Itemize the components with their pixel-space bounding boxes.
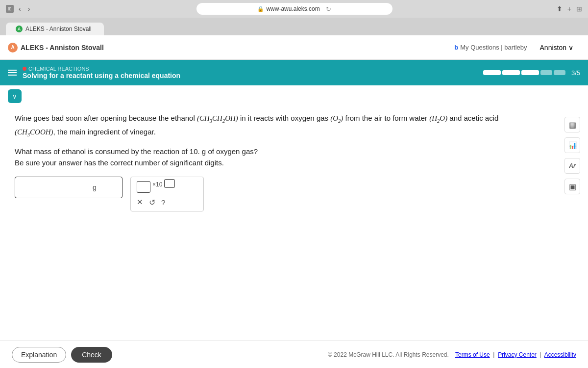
right-tools: ▦ 📊 Ar ▣ bbox=[564, 117, 580, 194]
sci-undo-button[interactable]: ↺ bbox=[149, 198, 155, 207]
user-dropdown-button[interactable]: Anniston ∨ bbox=[533, 41, 580, 54]
terms-link[interactable]: Terms of Use bbox=[455, 351, 490, 358]
forward-button[interactable]: › bbox=[26, 4, 32, 14]
collapse-row: ∨ bbox=[0, 85, 588, 107]
bartleby-b-icon: b bbox=[454, 44, 458, 51]
bartleby-link[interactable]: b My Questions | bartleby bbox=[454, 44, 527, 51]
sci-mantissa-box[interactable] bbox=[137, 181, 150, 193]
chart-icon: 📊 bbox=[568, 141, 577, 149]
user-name: Anniston bbox=[540, 44, 566, 52]
explanation-label: Explanation bbox=[21, 351, 57, 359]
progress-dot-4 bbox=[540, 70, 552, 75]
add-tab-icon[interactable]: + bbox=[567, 5, 571, 13]
sci-exponent-box[interactable] bbox=[164, 179, 175, 188]
question-text: Wine goes bad soon after opening because… bbox=[15, 112, 573, 139]
periodic-table-tool-button[interactable]: Ar bbox=[564, 158, 580, 174]
hamburger-menu[interactable] bbox=[8, 70, 17, 76]
copyright-text: © 2022 McGraw Hill LLC. All Rights Reser… bbox=[328, 351, 449, 358]
calculator-tool-button[interactable]: ▦ bbox=[564, 117, 580, 132]
calculator-icon: ▦ bbox=[569, 120, 576, 130]
bartleby-label: My Questions | bartleby bbox=[460, 44, 527, 51]
chart-tool-button[interactable]: 📊 bbox=[564, 137, 580, 153]
periodic-table-icon: Ar bbox=[569, 162, 575, 169]
sci-notation-panel: ×10 ✕ ↺ ? bbox=[130, 177, 204, 211]
question-note: Be sure your answer has the correct numb… bbox=[15, 158, 573, 167]
active-tab[interactable]: A ALEKS - Anniston Stovall bbox=[6, 23, 104, 35]
check-label: Check bbox=[82, 351, 101, 359]
answer-input[interactable] bbox=[21, 184, 90, 191]
acetic-formula: (CH3COOH) bbox=[15, 128, 53, 136]
app-header: A ALEKS - Anniston Stovall b My Question… bbox=[0, 35, 588, 60]
oxygen-formula: (O2) bbox=[330, 114, 343, 122]
progress-dots bbox=[483, 70, 565, 75]
breadcrumb: CHEMICAL REACTIONS Solving for a reactan… bbox=[23, 66, 180, 79]
progress-dot-1 bbox=[483, 70, 501, 75]
collapse-button[interactable]: ∨ bbox=[8, 89, 22, 103]
aleks-logo: A ALEKS - Anniston Stovall bbox=[8, 43, 104, 53]
status-dot bbox=[23, 67, 26, 71]
url-text: www-awu.aleks.com bbox=[266, 5, 319, 12]
sci-x10-label: ×10 bbox=[152, 181, 162, 188]
answer-input-box: g bbox=[15, 177, 122, 198]
progress-dot-3 bbox=[521, 70, 539, 75]
aleks-label: ALEKS - Anniston Stovall bbox=[21, 44, 104, 52]
tab-favicon: A bbox=[16, 26, 23, 32]
back-button[interactable]: ‹ bbox=[17, 4, 23, 14]
sci-help-button[interactable]: ? bbox=[161, 198, 165, 207]
breadcrumb-category-text: CHEMICAL REACTIONS bbox=[28, 66, 89, 72]
reference-tool-button[interactable]: ▣ bbox=[564, 179, 580, 194]
check-button[interactable]: Check bbox=[71, 347, 112, 363]
answer-area: g ×10 ✕ ↺ ? bbox=[15, 177, 573, 211]
footer-copyright: © 2022 McGraw Hill LLC. All Rights Reser… bbox=[328, 351, 576, 358]
ethanol-formula: (CH3CH2OH) bbox=[197, 114, 238, 122]
question-prompt: What mass of ethanol is consumed by the … bbox=[15, 147, 573, 156]
lock-icon: 🔒 bbox=[257, 6, 264, 12]
address-bar[interactable]: 🔒 www-awu.aleks.com ↻ bbox=[196, 3, 392, 15]
sci-clear-button[interactable]: ✕ bbox=[137, 198, 143, 207]
refresh-icon[interactable]: ↻ bbox=[326, 5, 331, 13]
share-icon[interactable]: ⬆ bbox=[557, 5, 563, 13]
progress-label: 3/5 bbox=[571, 69, 580, 77]
explanation-button[interactable]: Explanation bbox=[12, 347, 66, 363]
aleks-icon: A bbox=[8, 43, 18, 53]
progress-dot-2 bbox=[502, 70, 520, 75]
water-formula: (H2O) bbox=[429, 114, 447, 122]
main-content: ▦ 📊 Ar ▣ Wine goes bad soon after openin… bbox=[0, 107, 588, 341]
privacy-link[interactable]: Privacy Center bbox=[498, 351, 537, 358]
reference-icon: ▣ bbox=[569, 182, 576, 191]
sub-header: CHEMICAL REACTIONS Solving for a reactan… bbox=[0, 60, 588, 85]
tab-grid-icon[interactable]: ⊞ bbox=[6, 5, 14, 13]
breadcrumb-title: Solving for a reactant using a chemical … bbox=[23, 72, 180, 79]
tab-title: ALEKS - Anniston Stovall bbox=[25, 26, 92, 32]
progress-dot-5 bbox=[554, 70, 565, 75]
grid-view-icon[interactable]: ⊞ bbox=[576, 5, 582, 13]
unit-label: g bbox=[93, 184, 97, 191]
accessibility-link[interactable]: Accessibility bbox=[544, 351, 576, 358]
footer-bar: Explanation Check © 2022 McGraw Hill LLC… bbox=[0, 341, 588, 368]
chevron-down-icon: ∨ bbox=[568, 44, 573, 52]
